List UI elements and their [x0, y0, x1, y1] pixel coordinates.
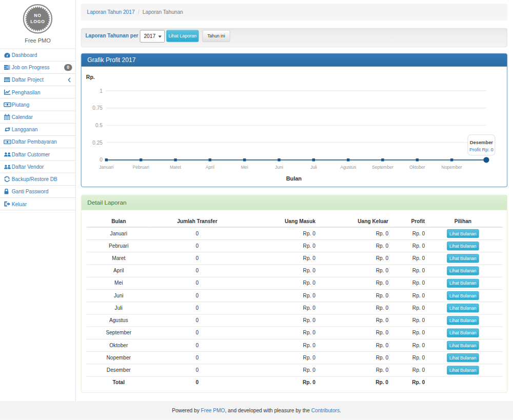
- svg-text:NO: NO: [34, 13, 41, 18]
- svg-text:0.5: 0.5: [95, 123, 103, 128]
- svg-text:Mei: Mei: [241, 165, 248, 170]
- svg-text:0.75: 0.75: [92, 105, 103, 111]
- svg-text:0: 0: [100, 157, 103, 163]
- svg-text:Profit Rp: 0: Profit Rp: 0: [469, 147, 494, 152]
- svg-text:1: 1: [100, 88, 103, 94]
- svg-text:April: April: [206, 165, 214, 170]
- svg-text:September: September: [372, 165, 393, 170]
- svg-text:Maret: Maret: [170, 165, 182, 170]
- svg-text:Desember: Desember: [470, 140, 494, 145]
- svg-text:Oktober: Oktober: [409, 165, 425, 170]
- svg-text:Agustus: Agustus: [340, 165, 356, 170]
- svg-text:LOGO: LOGO: [30, 19, 45, 24]
- svg-text:Januari: Januari: [99, 165, 113, 170]
- svg-text:Bulan: Bulan: [286, 175, 302, 182]
- svg-text:Nopember: Nopember: [442, 165, 462, 170]
- svg-text:0.25: 0.25: [92, 140, 103, 146]
- svg-text:Juni: Juni: [275, 165, 283, 170]
- svg-text:Rp.: Rp.: [86, 74, 95, 80]
- svg-text:Juli: Juli: [310, 165, 317, 170]
- svg-text:Pebruari: Pebruari: [132, 165, 149, 170]
